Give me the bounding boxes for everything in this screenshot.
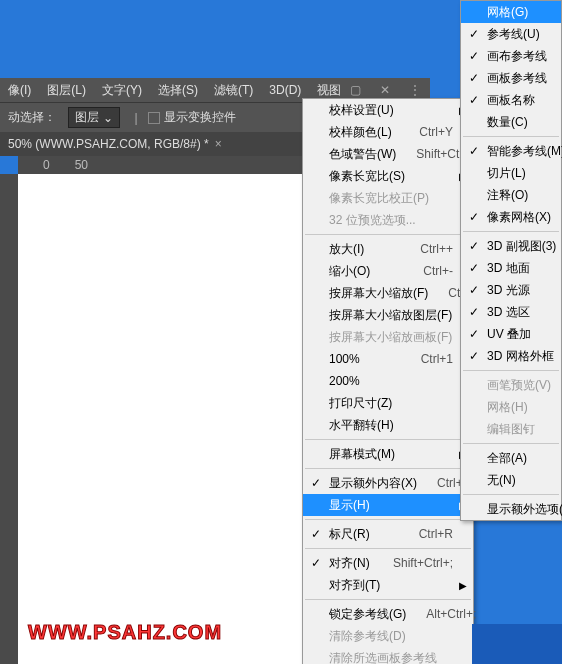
menu-item[interactable]: 全部(A) (461, 447, 561, 469)
menu-item-label: 色域警告(W) (329, 146, 396, 163)
menu-item-label: 对齐(N) (329, 555, 370, 572)
menu-item[interactable]: ✓3D 选区 (461, 301, 561, 323)
menu-item[interactable]: ✓标尺(R)Ctrl+R (303, 523, 473, 545)
shortcut: Ctrl+R (399, 527, 453, 541)
menu-item-label: 校样设置(U) (329, 102, 394, 119)
menu-item-label: 清除参考线(D) (329, 628, 406, 645)
checkmark-icon: ✓ (311, 476, 321, 490)
menu-item-label: 画板参考线 (487, 70, 547, 87)
separator (305, 548, 471, 549)
ruler-vertical[interactable] (0, 174, 18, 664)
menu-item[interactable]: 像素长宽比(S)▶ (303, 165, 473, 187)
menu-text[interactable]: 文字(Y) (94, 78, 150, 102)
menu-item[interactable]: 显示额外选项(I (461, 498, 561, 520)
menu-item[interactable]: 校样颜色(L)Ctrl+Y (303, 121, 473, 143)
menu-item-label: UV 叠加 (487, 326, 531, 343)
menu-item-label: 按屏幕大小缩放画板(F) (329, 329, 452, 346)
menu-item[interactable]: 无(N) (461, 469, 561, 491)
menu-item[interactable]: 屏幕模式(M)▶ (303, 443, 473, 465)
more-icon[interactable]: ⋮ (400, 83, 430, 97)
menu-item[interactable]: 水平翻转(H) (303, 414, 473, 436)
canvas[interactable] (18, 174, 302, 664)
menu-item[interactable]: 切片(L) (461, 162, 561, 184)
menu-item[interactable]: 放大(I)Ctrl++ (303, 238, 473, 260)
shortcut: Ctrl++ (400, 242, 453, 256)
checkmark-icon: ✓ (469, 144, 479, 158)
menu-item[interactable]: 网格(G) (461, 1, 561, 23)
separator (463, 443, 559, 444)
menu-item[interactable]: ✓3D 地面 (461, 257, 561, 279)
close-icon[interactable]: ✕ (370, 83, 400, 97)
menu-item-label: 100% (329, 352, 360, 366)
menu-item-label: 显示额外内容(X) (329, 475, 417, 492)
menu-item[interactable]: 缩小(O)Ctrl+- (303, 260, 473, 282)
menu-filter[interactable]: 滤镜(T) (206, 78, 261, 102)
layer-dropdown[interactable]: 图层⌄ (68, 107, 120, 128)
menu-item[interactable]: 100%Ctrl+1 (303, 348, 473, 370)
menu-item[interactable]: ✓画板参考线 (461, 67, 561, 89)
menu-item[interactable]: ✓对齐(N)Shift+Ctrl+; (303, 552, 473, 574)
menu-item-label: 注释(O) (487, 187, 528, 204)
menu-item-label: 像素长宽比校正(P) (329, 190, 429, 207)
document-tab[interactable]: 50% (WWW.PSAHZ.COM, RGB/8#) * × (0, 137, 230, 151)
menu-item[interactable]: 200% (303, 370, 473, 392)
checkmark-icon: ✓ (469, 93, 479, 107)
windows-taskbar[interactable] (472, 624, 562, 664)
menu-item[interactable]: ✓像素网格(X) (461, 206, 561, 228)
menu-layer[interactable]: 图层(L) (39, 78, 94, 102)
separator (463, 370, 559, 371)
menu-item[interactable]: ✓UV 叠加 (461, 323, 561, 345)
menu-item: 32 位预览选项... (303, 209, 473, 231)
menu-item[interactable]: 按屏幕大小缩放图层(F) (303, 304, 473, 326)
menu-item-label: 按屏幕大小缩放图层(F) (329, 307, 452, 324)
minimize-icon[interactable]: — (310, 83, 340, 97)
menu-item[interactable]: 校样设置(U)▶ (303, 99, 473, 121)
menu-item-label: 参考线(U) (487, 26, 540, 43)
menu-item[interactable]: ✓3D 副视图(3) (461, 235, 561, 257)
shortcut: Ctrl+- (403, 264, 453, 278)
checkmark-icon: ✓ (469, 327, 479, 341)
divider-icon: | (127, 109, 145, 127)
menu-item-label: 放大(I) (329, 241, 364, 258)
separator (305, 234, 471, 235)
menu-item[interactable]: ✓显示额外内容(X)Ctrl+H (303, 472, 473, 494)
separator (463, 494, 559, 495)
checkmark-icon: ✓ (469, 27, 479, 41)
menu-item: 按屏幕大小缩放画板(F) (303, 326, 473, 348)
menu-item-label: 编辑图钉 (487, 421, 535, 438)
menu-item[interactable]: ✓参考线(U) (461, 23, 561, 45)
menu-image[interactable]: 像(I) (0, 78, 39, 102)
menu-item: 画笔预览(V) (461, 374, 561, 396)
view-menu-dropdown: 校样设置(U)▶校样颜色(L)Ctrl+Y色域警告(W)Shift+Ctrl+Y… (302, 98, 474, 664)
menu-item-label: 像素网格(X) (487, 209, 551, 226)
menu-item-label: 画笔预览(V) (487, 377, 551, 394)
show-transform-checkbox[interactable] (148, 112, 160, 124)
menu-item[interactable]: ✓3D 网格外框 (461, 345, 561, 367)
menu-item[interactable]: ✓画板名称 (461, 89, 561, 111)
menu-item-label: 32 位预览选项... (329, 212, 416, 229)
menu-item[interactable]: ✓3D 光源 (461, 279, 561, 301)
separator (463, 136, 559, 137)
menu-select[interactable]: 选择(S) (150, 78, 206, 102)
checkmark-icon: ✓ (311, 527, 321, 541)
menu-item[interactable]: 显示(H)▶ (303, 494, 473, 516)
menu-item: 清除参考线(D) (303, 625, 473, 647)
shortcut: Alt+Ctrl+; (406, 607, 476, 621)
menu-item[interactable]: ✓画布参考线 (461, 45, 561, 67)
maximize-icon[interactable]: ▢ (340, 83, 370, 97)
menu-item[interactable]: 按屏幕大小缩放(F)Ctrl+0 (303, 282, 473, 304)
menu-item[interactable]: 锁定参考线(G)Alt+Ctrl+; (303, 603, 473, 625)
menu-item[interactable]: 色域警告(W)Shift+Ctrl+Y (303, 143, 473, 165)
menu-item[interactable]: 对齐到(T)▶ (303, 574, 473, 596)
menu-item[interactable]: 数量(C) (461, 111, 561, 133)
submenu-arrow-icon: ▶ (459, 580, 467, 591)
menu-item[interactable]: 打印尺寸(Z) (303, 392, 473, 414)
tab-close-icon[interactable]: × (215, 137, 222, 151)
menu-item-label: 按屏幕大小缩放(F) (329, 285, 428, 302)
menu-item[interactable]: ✓智能参考线(M) (461, 140, 561, 162)
menu-item: 像素长宽比校正(P) (303, 187, 473, 209)
checkmark-icon: ✓ (469, 261, 479, 275)
menu-item-label: 显示(H) (329, 497, 370, 514)
ruler-horizontal[interactable]: 0 50 (18, 156, 302, 174)
menu-item[interactable]: 注释(O) (461, 184, 561, 206)
